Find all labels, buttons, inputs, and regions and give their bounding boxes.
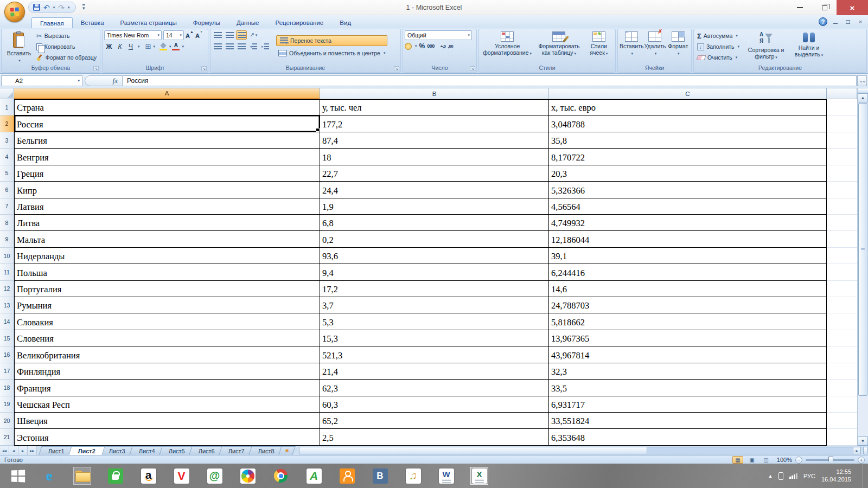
row-header[interactable]: 2 <box>0 115 14 132</box>
name-box-dropdown-icon[interactable]: ▾ <box>78 79 80 83</box>
normal-view-button[interactable]: ▦ <box>732 456 743 464</box>
doc-restore-button[interactable] <box>844 19 852 25</box>
taskbar-icon-itunes[interactable]: ♫ <box>404 467 422 485</box>
cell-a[interactable]: Чешская Респ <box>14 396 320 413</box>
comma-format-button[interactable]: 000 <box>427 43 435 49</box>
cell-filler[interactable] <box>827 215 857 231</box>
taskbar-icon-chrome[interactable] <box>272 467 290 485</box>
autosum-button[interactable]: ΣАвтосумма▾ <box>695 31 741 41</box>
cell-b[interactable]: 62,3 <box>320 380 549 396</box>
scroll-right-icon[interactable]: ▸ <box>853 447 860 454</box>
cell-filler[interactable] <box>827 313 857 330</box>
cell-c[interactable]: 6,244416 <box>549 264 827 280</box>
cell-a[interactable]: Латвия <box>14 198 320 215</box>
font-dialog-launcher-icon[interactable]: ↘ <box>201 66 207 71</box>
zoom-slider[interactable] <box>806 459 854 461</box>
cell-a[interactable]: Польша <box>14 264 320 280</box>
align-center-button[interactable] <box>224 42 235 51</box>
sheet-tab[interactable]: Лист2 <box>68 446 105 455</box>
cell-a[interactable]: Франция <box>14 380 320 396</box>
cell-filler[interactable] <box>827 396 857 413</box>
cell-b[interactable]: 15,3 <box>320 330 549 346</box>
page-break-view-button[interactable]: ◫ <box>761 456 771 464</box>
horizontal-split-handle[interactable] <box>863 447 867 454</box>
device-icon[interactable] <box>778 472 783 480</box>
ribbon-tab[interactable]: Разметка страницы <box>112 17 185 28</box>
clock[interactable]: 12:55 16.04.2015 <box>821 468 851 484</box>
align-top-button[interactable] <box>212 30 223 40</box>
row-header[interactable]: 9 <box>0 231 14 247</box>
ribbon-tab[interactable]: Вид <box>331 17 359 28</box>
cell-c[interactable]: 6,931717 <box>549 396 827 413</box>
delete-cells-button[interactable]: Удалить▾ <box>643 30 666 63</box>
borders-icon[interactable]: ⊞ <box>145 42 151 50</box>
taskbar-icon-file-explorer[interactable] <box>73 467 91 485</box>
row-header[interactable]: 4 <box>0 149 14 165</box>
cell-c[interactable]: 39,1 <box>549 248 827 264</box>
zoom-out-button[interactable]: − <box>795 457 802 464</box>
borders-dropdown-icon[interactable]: ▾ <box>153 44 155 49</box>
restore-button[interactable] <box>812 0 837 15</box>
cell-a[interactable]: Словакия <box>14 313 320 330</box>
cell-c[interactable]: 4,56564 <box>549 198 827 215</box>
cell-b[interactable]: 17,2 <box>320 281 549 297</box>
cell-b[interactable]: 1,9 <box>320 198 549 215</box>
number-dialog-launcher-icon[interactable]: ↘ <box>470 66 475 71</box>
page-layout-view-button[interactable]: ▣ <box>746 456 757 464</box>
insert-function-button[interactable]: fx <box>85 75 123 86</box>
bold-button[interactable]: Ж <box>104 42 114 51</box>
taskbar-icon-word[interactable]: W <box>437 467 455 485</box>
cell-b[interactable]: 9,4 <box>320 264 549 280</box>
office-button[interactable] <box>4 2 25 22</box>
horizontal-scroll-track[interactable] <box>647 447 853 454</box>
cell-b[interactable]: 3,7 <box>320 297 549 313</box>
clipboard-dialog-launcher-icon[interactable]: ↘ <box>93 66 99 71</box>
cell-filler[interactable] <box>827 248 857 264</box>
ribbon-tab[interactable]: Главная <box>31 17 73 28</box>
cell-c[interactable]: 12,186044 <box>549 231 827 247</box>
insert-worksheet-button[interactable]: ✱ <box>279 446 296 455</box>
show-desktop-button[interactable] <box>863 464 866 488</box>
column-header-c[interactable]: C <box>549 88 827 99</box>
font-name-combo[interactable]: Times New Rom▾ <box>104 30 162 40</box>
row-header[interactable]: 13 <box>0 297 14 313</box>
taskbar-icon-green-a-app[interactable]: A <box>305 467 323 485</box>
cell-c[interactable]: 33,551824 <box>549 413 827 429</box>
minimize-button[interactable] <box>788 0 812 15</box>
cell-a[interactable]: Страна <box>14 99 320 115</box>
row-header[interactable]: 21 <box>0 429 14 445</box>
cell-c[interactable]: 43,967814 <box>549 346 827 363</box>
cell-a[interactable]: Финляндия <box>14 363 320 380</box>
row-header[interactable]: 19 <box>0 396 14 413</box>
cell-a[interactable]: Мальта <box>14 231 320 247</box>
cell-a[interactable]: Нидерланды <box>14 248 320 264</box>
orientation-button[interactable]: ↗▾ <box>248 30 259 40</box>
cell-filler[interactable] <box>827 363 857 380</box>
cell-b[interactable]: 93,6 <box>320 248 549 264</box>
vertical-scrollbar[interactable]: ▲ ▼ <box>857 88 868 446</box>
row-header[interactable]: 1 <box>0 99 14 115</box>
underline-button[interactable]: Ч <box>126 42 136 51</box>
taskbar-icon-yandex[interactable]: V <box>173 467 190 485</box>
format-painter-button[interactable]: Формат по образцу <box>35 53 98 62</box>
horizontal-scrollbar[interactable]: ▸ <box>299 447 861 454</box>
cell-c[interactable]: 3,048788 <box>549 115 827 132</box>
ribbon-tab[interactable]: Данные <box>228 17 267 28</box>
format-as-table-button[interactable]: Форматировать как таблицу▾ <box>534 30 583 63</box>
vertical-scroll-track[interactable] <box>858 396 868 436</box>
align-right-button[interactable] <box>236 42 247 51</box>
fill-color-dropdown-icon[interactable]: ▾ <box>169 44 171 49</box>
last-sheet-icon[interactable]: ▸▸ <box>28 446 37 455</box>
cell-b[interactable]: 5,3 <box>320 313 549 330</box>
tray-expand-icon[interactable]: ▲ <box>768 473 773 479</box>
number-format-combo[interactable]: Общий▾ <box>405 30 472 40</box>
clear-button[interactable]: Очистить▾ <box>695 53 741 62</box>
cell-filler[interactable] <box>827 264 857 280</box>
row-header[interactable]: 10 <box>0 248 14 264</box>
underline-dropdown-icon[interactable]: ▾ <box>138 44 140 49</box>
taskbar-icon-picasa[interactable] <box>239 467 257 485</box>
fill-button[interactable]: ↓Заполнить▾ <box>695 42 741 52</box>
decrease-font-icon[interactable]: А▼ <box>195 32 203 39</box>
percent-format-button[interactable]: % <box>419 42 425 50</box>
font-color-dropdown-icon[interactable]: ▾ <box>182 44 184 49</box>
